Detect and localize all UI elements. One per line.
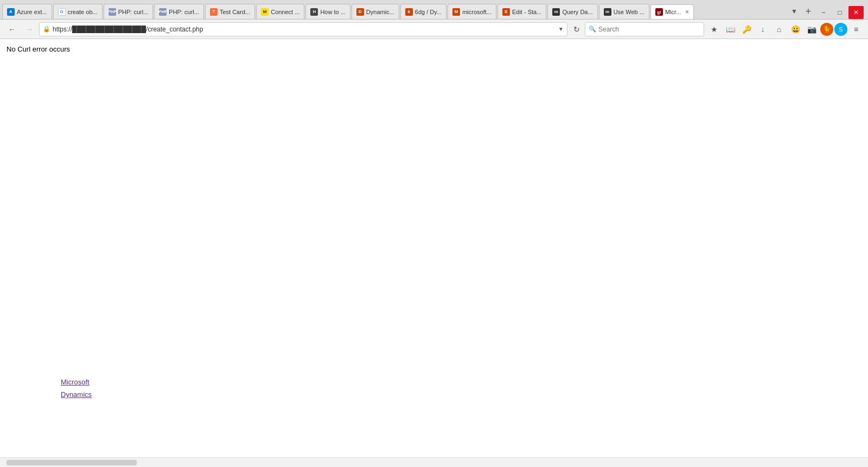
- toolbar-icons: ★ 📖 🔑 ↓ ⌂ 😀 📷 🐈 S ≡: [706, 22, 864, 37]
- tab-favicon-tab-test: T: [210, 8, 218, 16]
- tab-favicon-tab-cur: gl: [655, 8, 663, 16]
- emoji-button[interactable]: 😀: [788, 22, 803, 37]
- tab-favicon-tab-query: m: [552, 8, 560, 16]
- tab-label-tab-test: Test Card...: [220, 9, 250, 15]
- tab-label-tab-ms: microsoft...: [462, 9, 492, 15]
- reload-button[interactable]: ↻: [571, 23, 583, 35]
- skype-button[interactable]: S: [834, 23, 847, 36]
- tab-tab-use[interactable]: mUse Web ...: [599, 4, 649, 19]
- search-input[interactable]: [598, 26, 700, 33]
- tab-favicon-tab-edit: E: [502, 8, 510, 16]
- extension-button[interactable]: 📷: [804, 22, 819, 37]
- tab-tab-miro[interactable]: MConnect ...: [256, 4, 304, 19]
- tab-tab-6dg[interactable]: 66dg / Dy...: [400, 4, 446, 19]
- reading-list-button[interactable]: 📖: [723, 22, 738, 37]
- nav-bar: ← → 🔒 https://████████████████/create_co…: [0, 20, 868, 39]
- minimize-button[interactable]: −: [816, 6, 831, 19]
- tab-label-tab-query: Query Da...: [562, 9, 592, 15]
- address-text: https://████████████████/create_contact.…: [53, 26, 556, 33]
- tab-tab-test[interactable]: TTest Card...: [205, 4, 255, 19]
- tab-label-tab-php1: PHP: curl...: [118, 9, 149, 15]
- tab-favicon-tab-6dg: 6: [405, 8, 413, 16]
- close-button[interactable]: ✕: [848, 6, 864, 19]
- tab-tab-php2[interactable]: PHPPHP: curl...: [154, 4, 204, 19]
- tab-label-tab-azure: Azure ext...: [17, 9, 47, 15]
- page-content: No Curl error occurs MicrosoftDynamics: [0, 39, 868, 457]
- status-bar: [0, 457, 868, 467]
- tab-label-tab-dyn: Dynamic...: [366, 9, 394, 15]
- fox-icon-button[interactable]: 🐈: [820, 23, 833, 36]
- tab-favicon-tab-dyn: D: [356, 8, 364, 16]
- tab-tab-cur[interactable]: glMicr...×: [650, 4, 694, 19]
- tab-label-tab-use: Use Web ...: [614, 9, 644, 15]
- tab-favicon-tab-miro: M: [261, 8, 269, 16]
- page-link-microsoft[interactable]: Microsoft: [61, 378, 92, 386]
- tab-tab-dyn[interactable]: DDynamic...: [352, 4, 399, 19]
- menu-button[interactable]: ≡: [848, 22, 864, 37]
- tab-tab-query[interactable]: mQuery Da...: [547, 4, 597, 19]
- tab-label-tab-google: create ob...: [68, 9, 98, 15]
- address-bar[interactable]: 🔒 https://████████████████/create_contac…: [39, 22, 567, 36]
- tab-label-tab-cur: Micr...: [665, 9, 683, 15]
- page-links-area: MicrosoftDynamics: [61, 378, 92, 403]
- horizontal-scrollbar[interactable]: [7, 460, 137, 465]
- search-icon: 🔍: [589, 26, 596, 33]
- tab-label-tab-php2: PHP: curl...: [169, 9, 199, 15]
- search-bar: 🔍: [585, 22, 704, 36]
- maximize-button[interactable]: □: [832, 6, 847, 19]
- bookmark-star-button[interactable]: ★: [706, 22, 722, 37]
- page-message: No Curl error occurs: [7, 45, 861, 54]
- tab-tab-azure[interactable]: AAzure ext...: [2, 4, 52, 19]
- lock-icon: 🔒: [43, 26, 50, 33]
- tab-close-tab-cur[interactable]: ×: [685, 8, 689, 16]
- tab-label-tab-miro: Connect ...: [271, 9, 299, 15]
- browser-window: AAzure ext...Gcreate ob...PHPPHP: curl..…: [0, 0, 868, 467]
- tab-favicon-tab-azure: A: [7, 8, 15, 16]
- tab-favicon-tab-php2: PHP: [159, 8, 167, 16]
- home-button[interactable]: ⌂: [771, 22, 787, 37]
- tab-overflow-button[interactable]: ▼: [788, 4, 801, 19]
- tab-favicon-tab-php1: PHP: [108, 8, 116, 16]
- back-button[interactable]: ←: [4, 22, 20, 37]
- tab-label-tab-edit: Edit - Sta...: [512, 9, 541, 15]
- tab-tab-how[interactable]: HHow to ...: [305, 4, 350, 19]
- tab-tab-ms[interactable]: Mmicrosoft...: [448, 4, 496, 19]
- page-link-dynamics[interactable]: Dynamics: [61, 390, 92, 399]
- tab-tab-php1[interactable]: PHPPHP: curl...: [104, 4, 154, 19]
- address-dropdown-icon[interactable]: ▼: [558, 26, 564, 32]
- download-button[interactable]: ↓: [755, 22, 770, 37]
- tab-favicon-tab-ms: M: [452, 8, 460, 16]
- tab-tab-google[interactable]: Gcreate ob...: [53, 4, 103, 19]
- tab-favicon-tab-use: m: [604, 8, 611, 16]
- window-controls: − □ ✕: [816, 6, 866, 19]
- tab-label-tab-how: How to ...: [320, 9, 345, 15]
- tab-bar: AAzure ext...Gcreate ob...PHPPHP: curl..…: [0, 0, 868, 20]
- tab-label-tab-6dg: 6dg / Dy...: [415, 9, 442, 15]
- new-tab-button[interactable]: +: [801, 4, 816, 19]
- forward-button[interactable]: →: [22, 22, 37, 37]
- tab-favicon-tab-google: G: [58, 8, 66, 16]
- tab-favicon-tab-how: H: [310, 8, 318, 16]
- tab-tab-edit[interactable]: EEdit - Sta...: [497, 4, 546, 19]
- pocket-button[interactable]: 🔑: [739, 22, 754, 37]
